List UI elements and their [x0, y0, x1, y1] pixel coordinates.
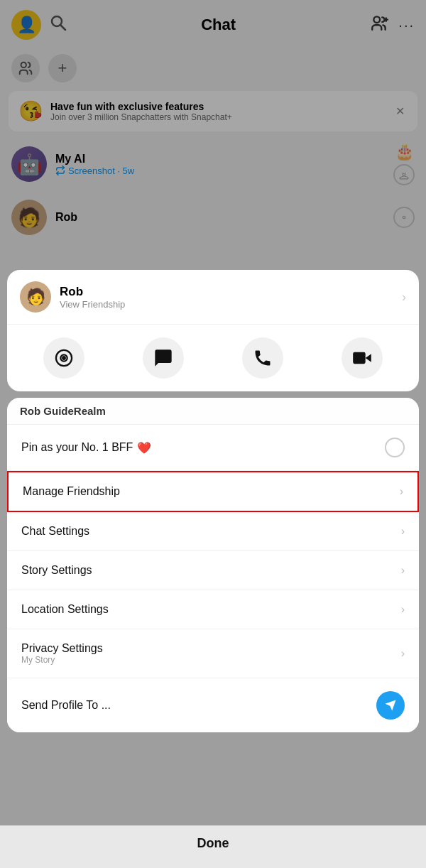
bottom-sheet-menu: Rob GuideRealm Pin as your No. 1 BFF ❤️ …: [7, 398, 419, 732]
done-button[interactable]: Done: [197, 836, 229, 851]
chat-settings-label: Chat Settings: [21, 525, 89, 538]
location-settings-label: Location Settings: [21, 603, 109, 616]
location-settings-chevron-icon: ›: [401, 603, 405, 616]
done-bar: Done: [0, 825, 426, 868]
menu-item-chat-settings[interactable]: Chat Settings ›: [7, 512, 419, 551]
svg-point-10: [62, 357, 65, 359]
privacy-settings-label: Privacy Settings: [21, 642, 103, 655]
context-card: 🧑 Rob View Friendship ›: [7, 270, 419, 391]
menu-item-manage-friendship[interactable]: Manage Friendship ›: [7, 471, 419, 512]
send-profile-label: Send Profile To ...: [21, 699, 111, 712]
context-card-info: Rob View Friendship: [60, 285, 402, 310]
partial-chat-item: Rob GuideRealm: [7, 398, 419, 425]
video-call-button[interactable]: [342, 337, 383, 379]
menu-item-send-profile[interactable]: Send Profile To ...: [7, 678, 419, 732]
manage-friendship-label: Manage Friendship: [23, 485, 120, 498]
chat-settings-chevron-icon: ›: [401, 525, 405, 538]
menu-item-story-settings[interactable]: Story Settings ›: [7, 551, 419, 590]
menu-item-privacy-settings[interactable]: Privacy Settings My Story ›: [7, 629, 419, 678]
pin-bff-label-row: Pin as your No. 1 BFF ❤️: [21, 441, 151, 455]
context-card-sub: View Friendship: [60, 299, 402, 310]
pin-bff-toggle[interactable]: [385, 438, 405, 457]
menu-item-pin-bff[interactable]: Pin as your No. 1 BFF ❤️: [7, 425, 419, 471]
context-card-actions: [7, 325, 419, 391]
context-card-name: Rob: [60, 285, 402, 299]
snap-camera-button[interactable]: [43, 337, 84, 379]
menu-item-location-settings[interactable]: Location Settings ›: [7, 590, 419, 629]
chat-button[interactable]: [143, 337, 184, 379]
story-settings-label: Story Settings: [21, 564, 92, 577]
call-button[interactable]: [242, 337, 283, 379]
privacy-settings-sub: My Story: [21, 655, 103, 665]
privacy-settings-chevron-icon: ›: [401, 647, 405, 660]
context-card-header[interactable]: 🧑 Rob View Friendship ›: [7, 270, 419, 325]
context-card-chevron-icon: ›: [402, 290, 406, 305]
pin-bff-label: Pin as your No. 1 BFF: [21, 441, 133, 454]
svg-rect-11: [353, 352, 366, 364]
story-settings-chevron-icon: ›: [401, 564, 405, 577]
context-card-avatar: 🧑: [20, 281, 51, 313]
heart-icon: ❤️: [137, 441, 151, 455]
manage-friendship-chevron-icon: ›: [400, 485, 403, 498]
send-profile-button[interactable]: [376, 691, 405, 720]
privacy-settings-text-wrap: Privacy Settings My Story: [21, 642, 103, 665]
